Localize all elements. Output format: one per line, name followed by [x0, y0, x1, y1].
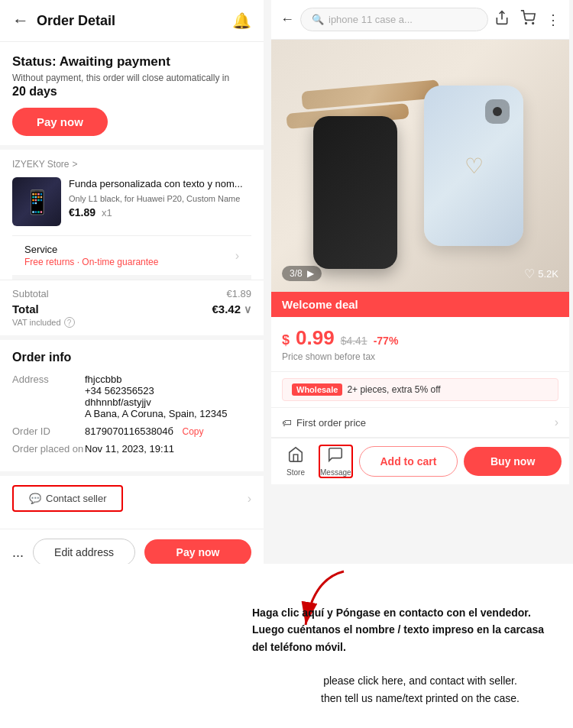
phone-black: [313, 116, 397, 269]
first-order-row[interactable]: 🏷 First order price ›: [271, 407, 569, 438]
play-icon[interactable]: ▶: [307, 268, 314, 279]
message-icon: [327, 446, 344, 467]
wholesale-badge: Wholesale: [292, 383, 342, 396]
bell-icon[interactable]: 🔔: [232, 11, 251, 30]
address-row: Address fhjccbbb +34 562356523 dhhnnbf/a…: [12, 374, 251, 419]
price-original: $4.41: [341, 335, 367, 347]
price-discount: -77%: [374, 335, 399, 347]
search-placeholder-text: iphone 11 case a...: [329, 14, 413, 25]
vat-row: VAT included ?: [12, 317, 251, 328]
wholesale-bar: Wholesale 2+ pieces, extra 5% off: [282, 378, 558, 401]
message-button[interactable]: Message: [319, 445, 353, 478]
price-section-right: $ 0.99 $4.41 -77% Price shown before tax: [271, 317, 569, 372]
total-value: €3.42 ∨: [212, 303, 251, 315]
subtotal-value: €1.89: [226, 288, 251, 299]
page-title: Order Detail: [37, 13, 232, 29]
store-label: Store: [286, 468, 305, 477]
total-label: Total: [12, 303, 39, 315]
heart-decoration: ♡: [465, 154, 484, 179]
annotation-spanish: Haga clic aquí y Póngase en contacto con…: [252, 604, 550, 655]
likes-text: 5.2K: [538, 268, 558, 280]
status-section: Status: Awaiting payment Without payment…: [0, 42, 264, 150]
service-label: Service: [24, 244, 158, 255]
service-section[interactable]: Service Free returns · On-time guarantee…: [12, 235, 251, 280]
order-placed-value: Nov 11, 2023, 19:11: [85, 443, 251, 455]
cart-icon[interactable]: [520, 10, 536, 29]
right-panel: ← 🔍 iphone 11 case a... ⋮: [271, 0, 569, 484]
contact-seller-button[interactable]: 💬 Contact seller: [12, 485, 123, 512]
store-button[interactable]: Store: [279, 446, 312, 477]
pricing-section: Subtotal €1.89 Total €3.42 ∨ VAT include…: [0, 280, 264, 340]
tag-icon: 🏷: [282, 417, 292, 429]
contact-section: 💬 Contact seller ›: [0, 476, 264, 521]
order-placed-label: Order placed on: [12, 443, 85, 455]
product-row: 📱 Funda personalizada con texto y nom...…: [12, 177, 251, 235]
price-main: $ 0.99 $4.41 -77%: [282, 326, 558, 350]
price-tax-note: Price shown before tax: [282, 351, 558, 362]
annotation-english: please click here, and contact with sell…: [279, 672, 562, 707]
share-icon[interactable]: [494, 10, 510, 29]
left-panel: ← Order Detail 🔔 Status: Awaiting paymen…: [0, 0, 264, 573]
dots-menu-button[interactable]: ...: [12, 545, 24, 561]
phone-icon: 📱: [23, 189, 51, 215]
camera-bump: [485, 99, 510, 124]
left-header: ← Order Detail 🔔: [0, 0, 264, 42]
order-placed-row: Order placed on Nov 11, 2023, 19:11: [12, 443, 251, 455]
first-order-label: 🏷 First order price: [282, 417, 366, 429]
right-header: ← 🔍 iphone 11 case a... ⋮: [271, 0, 569, 40]
status-days: 20 days: [12, 85, 251, 99]
phone-case-white: ♡: [424, 86, 523, 246]
chevron-right-icon: ›: [235, 249, 239, 263]
buy-now-button[interactable]: Buy now: [464, 447, 562, 476]
like-count: ♡ 5.2K: [524, 267, 558, 281]
right-back-button[interactable]: ←: [280, 11, 294, 28]
order-info-title: Order info: [12, 351, 251, 364]
address-label: Address: [12, 374, 85, 385]
subtotal-label: Subtotal: [12, 288, 49, 299]
vat-info-icon: ?: [64, 317, 75, 328]
status-title: Status: Awaiting payment: [12, 54, 251, 70]
product-image: 📱: [12, 177, 61, 226]
product-variant: Only L1 black, for Huawei P20, Custom Na…: [69, 194, 251, 203]
image-counter: 3/8 ▶: [282, 266, 322, 281]
product-info: Funda personalizada con texto y nom... O…: [69, 177, 251, 218]
right-header-icons: ⋮: [494, 10, 560, 29]
edit-address-button[interactable]: Edit address: [33, 539, 135, 566]
case-illustration: ♡: [271, 40, 569, 292]
product-image-area: ♡ 3/8 ▶ ♡ 5.2K: [271, 40, 569, 292]
total-row: Total €3.42 ∨: [12, 303, 251, 315]
first-order-arrow: ›: [555, 416, 558, 429]
bottom-pay-now-button[interactable]: Pay now: [144, 539, 251, 565]
price-dollar: $: [282, 332, 290, 348]
address-value: fhjccbbb +34 562356523 dhhnnbf/astyjjv A…: [85, 374, 251, 419]
store-name[interactable]: IZYEKY Store >: [12, 159, 251, 170]
order-id-label: Order ID: [12, 425, 85, 437]
image-count-text: 3/8: [290, 268, 303, 279]
welcome-deal-bar: Welcome deal: [271, 292, 569, 317]
wood-board-1: [301, 79, 439, 110]
search-icon: 🔍: [312, 14, 324, 25]
chevron-icon: ›: [248, 492, 251, 506]
search-bar[interactable]: 🔍 iphone 11 case a...: [300, 8, 488, 31]
total-arrow: ∨: [244, 303, 251, 315]
product-image-bg: ♡: [271, 40, 569, 292]
message-label: Message: [320, 468, 351, 477]
subtotal-row: Subtotal €1.89: [12, 288, 251, 299]
add-to-cart-button[interactable]: Add to cart: [359, 446, 458, 477]
store-section: IZYEKY Store > 📱 Funda personalizada con…: [0, 150, 264, 280]
heart-icon[interactable]: ♡: [524, 267, 535, 281]
pay-now-button[interactable]: Pay now: [12, 108, 108, 136]
wholesale-text: 2+ pieces, extra 5% off: [347, 384, 440, 395]
copy-button[interactable]: Copy: [183, 426, 204, 437]
status-sub: Without payment, this order will close a…: [12, 73, 251, 83]
more-options-icon[interactable]: ⋮: [546, 11, 560, 28]
store-icon: [287, 446, 304, 467]
order-id-row: Order ID 817907011653804б Copy: [12, 425, 251, 437]
order-info-section: Order info Address fhjccbbb +34 56235652…: [0, 340, 264, 476]
product-name: Funda personalizada con texto y nom...: [69, 177, 251, 191]
message-icon: 💬: [29, 493, 41, 504]
back-button[interactable]: ←: [12, 11, 29, 31]
bottom-action-bar: Store Message Add to cart Buy now: [271, 438, 569, 484]
svg-point-2: [533, 23, 534, 24]
svg-point-1: [526, 23, 527, 24]
